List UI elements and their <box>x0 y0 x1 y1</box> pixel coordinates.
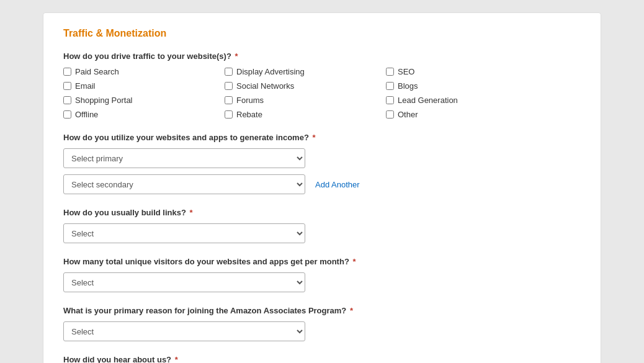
checkbox-label-seo[interactable]: SEO <box>398 67 414 76</box>
traffic-question-block: How do you drive traffic to your website… <box>63 52 581 119</box>
checkbox-shopping-portal[interactable] <box>63 96 71 104</box>
checkbox-label-social-networks[interactable]: Social Networks <box>236 81 294 91</box>
checkbox-item-lead-generation: Lead Generation <box>386 96 547 105</box>
checkbox-email[interactable] <box>63 82 71 90</box>
checkbox-seo[interactable] <box>386 68 394 76</box>
links-question-label: How do you usually build links? * <box>63 208 581 217</box>
checkbox-label-blogs[interactable]: Blogs <box>398 81 418 91</box>
visitors-question-label: How many total unique visitors do your w… <box>63 257 581 266</box>
income-secondary-row: Select secondary Add Another <box>63 174 581 194</box>
income-primary-row: Select primary <box>63 148 581 168</box>
checkbox-item-other: Other <box>386 110 547 119</box>
reason-question-block: What is your primary reason for joining … <box>63 306 581 341</box>
links-select[interactable]: Select <box>63 223 305 243</box>
checkbox-label-display-advertising[interactable]: Display Advertising <box>236 67 305 76</box>
checkbox-label-lead-generation[interactable]: Lead Generation <box>398 96 458 105</box>
checkbox-label-paid-search[interactable]: Paid Search <box>75 67 119 76</box>
checkbox-item-shopping-portal: Shopping Portal <box>63 96 225 105</box>
checkbox-other[interactable] <box>386 110 394 119</box>
checkbox-item-blogs: Blogs <box>386 81 547 91</box>
checkbox-offline[interactable] <box>63 110 71 119</box>
checkbox-label-email[interactable]: Email <box>75 81 96 91</box>
checkbox-item-email: Email <box>63 81 225 91</box>
checkbox-label-forums[interactable]: Forums <box>236 96 264 105</box>
income-secondary-select[interactable]: Select secondary <box>63 174 305 194</box>
add-another-link[interactable]: Add Another <box>315 180 360 189</box>
checkbox-rebate[interactable] <box>225 110 233 119</box>
checkbox-item-offline: Offline <box>63 110 225 119</box>
checkbox-item-paid-search: Paid Search <box>63 67 225 76</box>
checkbox-item-forums: Forums <box>225 96 386 105</box>
checkbox-item-rebate: Rebate <box>225 110 386 119</box>
reason-question-label: What is your primary reason for joining … <box>63 306 581 315</box>
checkbox-display-advertising[interactable] <box>225 68 233 76</box>
income-question-label: How do you utilize your websites and app… <box>63 133 581 142</box>
visitors-select[interactable]: Select <box>63 272 305 292</box>
checkbox-item-seo: SEO <box>386 67 547 76</box>
checkbox-label-rebate[interactable]: Rebate <box>236 110 262 119</box>
links-question-block: How do you usually build links? * Select <box>63 208 581 243</box>
traffic-monetization-card: Traffic & Monetization How do you drive … <box>43 12 601 363</box>
checkbox-lead-generation[interactable] <box>386 96 394 104</box>
hear-question-block: How did you hear about us? * Select <box>63 355 581 363</box>
traffic-checkbox-grid: Paid Search Display Advertising SEO Emai… <box>63 67 581 119</box>
checkbox-label-other[interactable]: Other <box>398 110 418 119</box>
checkbox-blogs[interactable] <box>386 82 394 90</box>
income-question-block: How do you utilize your websites and app… <box>63 133 581 194</box>
section-title: Traffic & Monetization <box>63 28 581 39</box>
checkbox-social-networks[interactable] <box>225 82 233 90</box>
checkbox-item-social-networks: Social Networks <box>225 81 386 91</box>
checkbox-item-display-advertising: Display Advertising <box>225 67 386 76</box>
hear-question-label: How did you hear about us? * <box>63 355 581 363</box>
checkbox-forums[interactable] <box>225 96 233 104</box>
checkbox-label-offline[interactable]: Offline <box>75 110 98 119</box>
traffic-question-label: How do you drive traffic to your website… <box>63 52 581 61</box>
checkbox-label-shopping-portal[interactable]: Shopping Portal <box>75 96 133 105</box>
checkbox-paid-search[interactable] <box>63 68 71 76</box>
visitors-question-block: How many total unique visitors do your w… <box>63 257 581 292</box>
income-primary-select[interactable]: Select primary <box>63 148 305 168</box>
reason-select[interactable]: Select <box>63 321 305 341</box>
